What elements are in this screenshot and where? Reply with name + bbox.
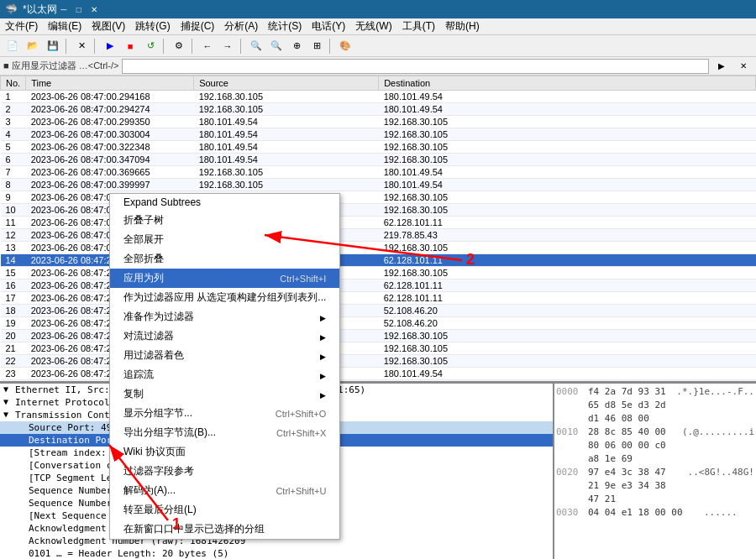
hex-bytes: 97 e4 3c 38 47 21 9e e3 34 38 47 21	[588, 466, 681, 506]
close-button[interactable]: ✕	[87, 3, 101, 15]
title-bar: 🦈 *以太网 ─ □ ✕	[0, 0, 756, 18]
menu-item-y[interactable]: 电话(Y)	[307, 18, 350, 34]
cell-no: 20	[1, 330, 26, 342]
table-row[interactable]: 6 2023-06-26 08:47:00.347094 180.101.49.…	[1, 154, 756, 166]
menu-item-e[interactable]: 编辑(E)	[43, 18, 87, 34]
cell-source: 192.168.30.105	[194, 91, 379, 103]
separator-3	[163, 39, 166, 54]
start-capture-button[interactable]: ▶	[101, 37, 119, 55]
cell-time: 2023-06-26 08:47:00.303004	[26, 128, 194, 141]
cell-destination: 192.168.30.105	[379, 141, 756, 154]
context-menu-label: 复制	[123, 387, 144, 401]
minimize-button[interactable]: ─	[57, 3, 71, 15]
cell-no: 24	[1, 380, 26, 382]
zoom-fit-button[interactable]: ⊞	[307, 37, 326, 55]
context-menu-item[interactable]: Expand Subtrees	[110, 194, 339, 211]
menu-item-t[interactable]: 工具(T)	[397, 18, 440, 34]
context-menu-item[interactable]: Wiki 协议页面	[110, 442, 339, 462]
table-row[interactable]: 3 2023-06-26 08:47:00.299350 180.101.49.…	[1, 116, 756, 128]
context-menu: Expand Subtrees折叠子树全部展开全部折叠应用为列Ctrl+Shif…	[109, 193, 340, 540]
new-button[interactable]: 📄	[3, 37, 22, 55]
maximize-button[interactable]: □	[72, 3, 86, 15]
context-menu-item[interactable]: 应用为列Ctrl+Shift+I	[110, 269, 339, 288]
menu-item-v[interactable]: 视图(V)	[87, 18, 130, 34]
cell-no: 22	[1, 355, 26, 368]
context-menu-item[interactable]: 全部折叠	[110, 249, 339, 269]
cell-destination: 219.78.85.43	[379, 229, 756, 242]
cell-no: 4	[1, 128, 26, 141]
menu-item-g[interactable]: 跳转(G)	[130, 18, 175, 34]
context-menu-item[interactable]: 过滤器字段参考	[110, 462, 339, 481]
forward-button[interactable]: →	[218, 37, 237, 55]
col-no: No.	[1, 76, 26, 91]
menu-item-h[interactable]: 帮助(H)	[440, 18, 485, 34]
context-menu-item[interactable]: 折叠子树	[110, 211, 339, 230]
cell-no: 16	[1, 280, 26, 292]
context-menu-item[interactable]: 作为过滤器应用 从选定项构建分组列到表列...	[110, 288, 339, 307]
filter-clear-button[interactable]: ✕	[734, 57, 753, 76]
context-menu-label: 显示分组字节...	[123, 406, 192, 421]
context-menu-item[interactable]: 复制	[110, 384, 339, 404]
options-button[interactable]: ⚙	[170, 37, 188, 55]
colorize-button[interactable]: 🎨	[336, 37, 354, 55]
context-menu-item[interactable]: 转至最后分组(L)	[110, 500, 339, 520]
restart-button[interactable]: ↺	[141, 37, 160, 55]
cell-destination: 192.168.30.105	[379, 342, 756, 355]
open-button[interactable]: 📂	[24, 37, 42, 55]
detail-item[interactable]: 0101 … = Header Length: 20 bytes (5)	[0, 547, 553, 559]
cell-no: 14	[1, 254, 26, 267]
zoom-reset-button[interactable]: ⊕	[287, 37, 306, 55]
context-menu-item[interactable]: 全部展开	[110, 230, 339, 249]
context-menu-label: 在新窗口口中显示已选择的分组	[123, 522, 265, 536]
back-button[interactable]: ←	[198, 37, 217, 55]
filter-input[interactable]	[122, 59, 709, 74]
context-menu-item[interactable]: 显示分组字节...Ctrl+Shift+O	[110, 404, 339, 423]
context-menu-item[interactable]: 追踪流	[110, 365, 339, 384]
filter-apply-button[interactable]: ▶	[712, 57, 731, 76]
cell-destination: 192.168.30.105	[379, 330, 756, 342]
cell-destination: 192.168.30.105	[379, 128, 756, 141]
menu-item-w[interactable]: 无线(W)	[350, 18, 396, 34]
context-menu-label: 转至最后分组(L)	[123, 503, 197, 517]
context-menu-item[interactable]: 对流过滤器	[110, 327, 339, 346]
separator-4	[192, 39, 195, 54]
context-menu-label: Expand Subtrees	[123, 196, 201, 208]
table-row[interactable]: 1 2023-06-26 08:47:00.294168 192.168.30.…	[1, 91, 756, 103]
context-menu-shortcut: Ctrl+Shift+O	[276, 409, 327, 419]
cell-no: 13	[1, 242, 26, 254]
menu-item-s[interactable]: 统计(S)	[263, 18, 307, 34]
hex-ascii: .*.}1e...-.F..	[676, 385, 754, 426]
table-row[interactable]: 8 2023-06-26 08:47:00.399997 192.168.30.…	[1, 179, 756, 191]
cell-time: 2023-06-26 08:47:00.294274	[26, 103, 194, 116]
context-menu-item[interactable]: 用过滤器着色	[110, 346, 339, 365]
cell-time: 2023-06-26 08:47:00.322348	[26, 141, 194, 154]
context-menu-shortcut: Ctrl+Shift+U	[276, 486, 326, 496]
close-capture-button[interactable]: ✕	[72, 37, 91, 55]
stop-capture-button[interactable]: ■	[121, 37, 139, 55]
cell-destination: 52.108.46.20	[379, 317, 756, 330]
cell-no: 10	[1, 204, 26, 217]
filter-label: ■ 应用显示过滤器 …<Ctrl-/>	[3, 60, 118, 72]
cell-no: 7	[1, 166, 26, 179]
zoom-out-button[interactable]: 🔍	[267, 37, 286, 55]
cell-destination: 62.128.101.11	[379, 292, 756, 305]
hex-panel: 0000f4 2a 7d 93 31 65 d8 5e d3 2d d1 46 …	[554, 384, 756, 559]
table-row[interactable]: 4 2023-06-26 08:47:00.303004 180.101.49.…	[1, 128, 756, 141]
cell-destination: 52.108.46.20	[379, 305, 756, 317]
context-menu-label: 用过滤器着色	[123, 348, 184, 363]
table-row[interactable]: 2 2023-06-26 08:47:00.294274 192.168.30.…	[1, 103, 756, 116]
table-row[interactable]: 7 2023-06-26 08:47:00.369665 192.168.30.…	[1, 166, 756, 179]
context-menu-label: 追踪流	[123, 368, 154, 382]
menu-item-f[interactable]: 文件(F)	[0, 18, 43, 34]
context-menu-item[interactable]: 在新窗口口中显示已选择的分组	[110, 520, 339, 539]
table-row[interactable]: 5 2023-06-26 08:47:00.322348 180.101.49.…	[1, 141, 756, 154]
menu-item-a[interactable]: 分析(A)	[219, 18, 263, 34]
save-button[interactable]: 💾	[44, 37, 62, 55]
cell-destination: 180.101.49.54	[379, 179, 756, 191]
context-menu-item[interactable]: 解码为(A)...Ctrl+Shift+U	[110, 481, 339, 500]
context-menu-shortcut: Ctrl+Shift+I	[280, 274, 326, 284]
zoom-in-button[interactable]: 🔍	[247, 37, 265, 55]
menu-item-c[interactable]: 捕捉(C)	[176, 18, 220, 34]
context-menu-item[interactable]: 准备作为过滤器	[110, 307, 339, 327]
context-menu-item[interactable]: 导出分组字节流(B)...Ctrl+Shift+X	[110, 423, 339, 442]
